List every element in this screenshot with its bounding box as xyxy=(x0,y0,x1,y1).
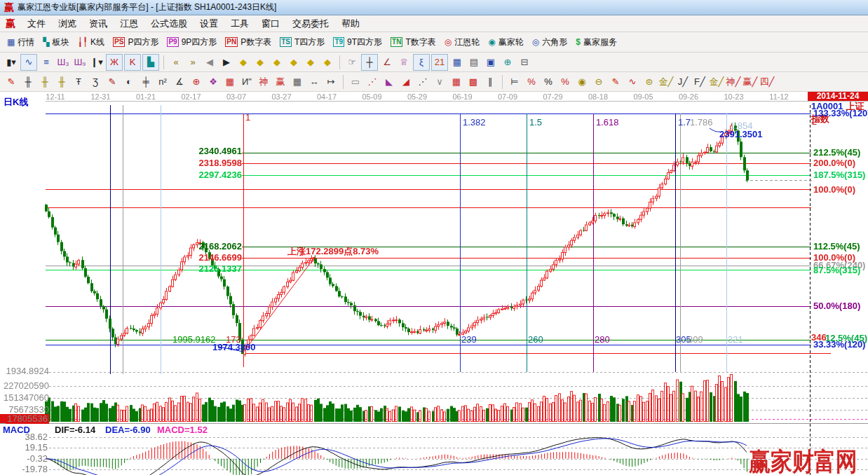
j-diag-icon[interactable]: J╱ xyxy=(675,74,691,90)
plain-ruler-icon[interactable]: ╪ xyxy=(138,74,154,90)
toolbar-button-quotes[interactable]: ▦行情 xyxy=(4,35,37,50)
flower-grid-icon[interactable]: ❖ xyxy=(205,74,221,90)
menu-item-8[interactable]: 交易委托 xyxy=(286,17,335,30)
gann-diamond-right-icon[interactable]: ◆ xyxy=(252,55,268,70)
next-bar-icon[interactable]: ▶ xyxy=(219,55,234,70)
trend-lines-icon[interactable]: ⋰ xyxy=(415,74,430,90)
f-ruler-icon[interactable]: Ŧ xyxy=(71,74,86,90)
toolbar-button-9t-square[interactable]: T99T四方形 xyxy=(330,35,385,50)
notepad-icon[interactable]: ▤ xyxy=(466,55,482,70)
toolbar-button-kline[interactable]: ╽╿K线 xyxy=(75,35,107,50)
shen-diag-icon[interactable]: 神╱ xyxy=(726,74,741,90)
grid-123-icon[interactable]: ▦ xyxy=(290,74,305,90)
gold-line-2-icon[interactable]: ⊜ xyxy=(642,74,657,90)
gann-diamond-plus-icon[interactable]: ◆ xyxy=(303,55,318,70)
ying-diag-icon[interactable]: 赢╱ xyxy=(742,74,758,90)
menu-item-1[interactable]: 浏览 xyxy=(52,17,83,30)
hand-tool-icon[interactable]: ☞ xyxy=(344,55,360,70)
gold-circle-tool-icon[interactable]: ◉ xyxy=(574,74,590,90)
gold-ruler-2-icon[interactable]: ╫ xyxy=(54,74,69,90)
fan-box-red-icon[interactable]: ◢ xyxy=(398,74,414,90)
menu-item-7[interactable]: 窗口 xyxy=(255,17,286,30)
crosshair-tool-icon[interactable]: ┼ xyxy=(361,54,378,71)
angle-tool-icon[interactable]: ∠ xyxy=(379,55,395,70)
k-combo-red-2-icon[interactable]: K xyxy=(124,54,141,71)
menu-item-4[interactable]: 公式选股 xyxy=(144,17,194,30)
chart-pattern-icon[interactable]: ∿ xyxy=(20,54,37,71)
bar-arrow-icon[interactable]: ↦ xyxy=(323,74,339,90)
menu-item-2[interactable]: 资讯 xyxy=(83,17,114,30)
box-frame-icon[interactable]: ▭ xyxy=(348,74,363,90)
first-bar-icon[interactable]: « xyxy=(168,55,184,70)
brush-ruler-icon[interactable]: ✎ xyxy=(104,74,120,90)
ying-ruler-icon[interactable]: 赢 xyxy=(273,74,288,90)
info-note-icon[interactable]: ≡ xyxy=(39,55,54,70)
toolbar-button-t-number-table[interactable]: TNT数字表 xyxy=(388,35,439,50)
pattern-tool-icon[interactable]: ξ xyxy=(413,54,430,71)
toolbar-button-p-square[interactable]: PSP四方形 xyxy=(110,35,161,50)
span-arrow-icon[interactable]: ↔ xyxy=(306,74,322,90)
menu-item-3[interactable]: 江恩 xyxy=(114,17,144,30)
mirror-angle-icon[interactable]: ∡ xyxy=(172,74,187,90)
bars-3-icon[interactable]: Ш₃ xyxy=(55,55,71,70)
calculator-icon[interactable]: ▦ xyxy=(449,55,465,70)
toolbar-button-9p-square[interactable]: P99P四方形 xyxy=(164,35,219,50)
toolbar-button-gann-wheel[interactable]: ◎江恩轮 xyxy=(442,35,482,50)
toolbar-button-winner-wheel[interactable]: ◉赢家轮 xyxy=(485,35,526,50)
jin-diag-icon[interactable]: 金╱ xyxy=(709,74,724,90)
circle-ruler-icon[interactable]: ◐ xyxy=(121,74,137,90)
fan-lines-red-icon[interactable]: ⋰ xyxy=(365,74,380,90)
f-diag-icon[interactable]: F╱ xyxy=(692,74,707,90)
red-grid-icon[interactable]: ▦ xyxy=(222,74,238,90)
pulse-marks-icon[interactable]: И" xyxy=(239,74,255,90)
percent-retrace-icon[interactable]: % xyxy=(524,74,539,90)
export-web-icon[interactable]: ⊕ xyxy=(500,55,515,70)
candle-type-dropdown-icon[interactable]: ❙▾ xyxy=(89,55,104,70)
toolbar-button-sectors[interactable]: ▚板块 xyxy=(40,35,72,50)
color-histogram-icon[interactable]: ▙ xyxy=(142,54,159,71)
gann-grid-1-icon[interactable]: ▦ xyxy=(449,74,464,90)
toolbar-button-hexagon[interactable]: ◎六角形 xyxy=(529,35,570,50)
percent-plain-icon[interactable]: % xyxy=(541,74,556,90)
gann-diamond-x-icon[interactable]: ◆ xyxy=(286,55,301,70)
si-diag-icon[interactable]: 四╱ xyxy=(759,74,775,90)
kline-chart-canvas[interactable] xyxy=(0,92,868,475)
gold-diag-icon[interactable]: 金╱ xyxy=(658,74,674,90)
toolbar-button-p-number-table[interactable]: PNP数字表 xyxy=(222,35,274,50)
spiral-ruler-icon[interactable]: Ʒ xyxy=(88,74,103,90)
n2-ruler-icon[interactable]: n² xyxy=(155,74,170,90)
gann-grid-2-icon[interactable]: ▩ xyxy=(466,74,481,90)
menu-item-5[interactable]: 设置 xyxy=(194,17,224,30)
gann-diamond-left-icon[interactable]: ◆ xyxy=(236,55,251,70)
measure-list-icon[interactable]: ⊨ xyxy=(507,74,522,90)
k-combo-red-icon[interactable]: Ж xyxy=(106,54,123,71)
gann-diamond-h-icon[interactable]: ◆ xyxy=(269,55,285,70)
save-icon[interactable]: ▣ xyxy=(483,55,499,70)
v-dashed-icon[interactable]: ∨ xyxy=(432,74,447,90)
kline-style-dropdown-icon[interactable]: ▮▾ xyxy=(4,55,19,70)
fan-box-purple-icon[interactable]: ◣ xyxy=(381,74,397,90)
last-bar-icon[interactable]: » xyxy=(185,55,201,70)
toolbar-button-t-square[interactable]: TST四方形 xyxy=(277,35,327,50)
calendar-icon[interactable]: 21 xyxy=(431,54,448,71)
brush-angle-icon[interactable]: ✎ xyxy=(608,74,623,90)
menu-item-6[interactable]: 工具 xyxy=(224,17,255,30)
print-icon[interactable]: ⊟ xyxy=(517,55,532,70)
t-number-table-icon: TN xyxy=(391,37,402,47)
percent-line-icon[interactable]: % xyxy=(557,74,573,90)
gold-ruler-1-icon[interactable]: ╫ xyxy=(37,74,53,90)
shen-ruler-icon[interactable]: 神 xyxy=(256,74,271,90)
gann-brush-icon[interactable]: ✎ xyxy=(4,74,19,90)
bars-9-icon[interactable]: Ш₉ xyxy=(72,55,88,70)
gann-diamond-all-icon[interactable]: ◆ xyxy=(320,55,335,70)
menu-item-9[interactable]: 帮助 xyxy=(335,17,366,30)
prev-bar-icon[interactable]: ◀ xyxy=(202,55,217,70)
gold-line-tool-icon[interactable]: ⊖ xyxy=(591,74,606,90)
slant-lines-icon[interactable]: ∥ xyxy=(482,74,498,90)
time-ruler-icon[interactable]: ╫ xyxy=(20,74,36,90)
crown-tool-icon[interactable]: ♕ xyxy=(396,55,412,70)
wave-tool-icon[interactable]: ∿ xyxy=(625,74,640,90)
menu-item-0[interactable]: 文件 xyxy=(21,17,52,30)
circle-cross-icon[interactable]: ⊕ xyxy=(189,74,204,90)
toolbar-button-winner-service[interactable]: $赢家服务 xyxy=(573,35,620,50)
